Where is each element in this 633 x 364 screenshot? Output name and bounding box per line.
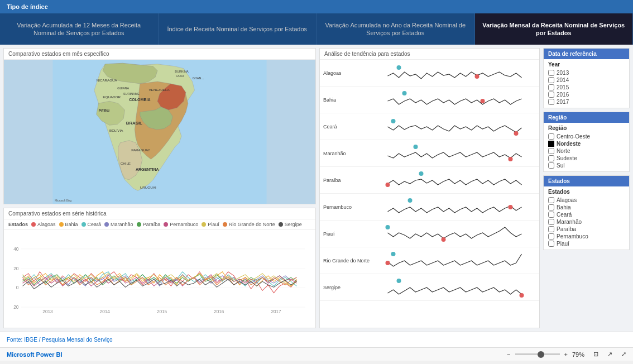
- svg-text:EQUADOR: EQUADOR: [103, 95, 121, 99]
- trend-label-alagoas: Alagoas: [323, 70, 373, 76]
- fullscreen-icon[interactable]: ⤢: [621, 351, 626, 358]
- map-container[interactable]: COLOMBIA VENEZUELA GUIANA SURINAME EQUAD…: [4, 60, 315, 204]
- svg-text:0: 0: [16, 285, 19, 290]
- estado-paraiba[interactable]: Paraíba: [548, 226, 625, 233]
- year-2015[interactable]: 2015: [548, 84, 625, 91]
- svg-text:GUIANA: GUIANA: [117, 87, 129, 90]
- trend-row-sergipe: Sergipe: [320, 274, 539, 301]
- svg-text:SURINAME: SURINAME: [123, 92, 140, 95]
- svg-point-44: [442, 237, 446, 242]
- svg-text:40: 40: [13, 247, 19, 252]
- legend-piaui: Piauí: [202, 222, 219, 227]
- year-2016[interactable]: 2016: [548, 91, 625, 98]
- legend-label: Estados: [8, 222, 28, 227]
- trend-row-paraiba: Paraíba: [320, 167, 539, 194]
- zoom-minus[interactable]: −: [507, 351, 510, 358]
- estado-ceara[interactable]: Ceará: [548, 211, 625, 218]
- trend-grid: Alagoas Bahia: [320, 60, 539, 328]
- year-2013[interactable]: 2013: [548, 69, 625, 76]
- estados-filter-content: Estados Alagoas Bahia Ceará Maranhão Par…: [544, 186, 629, 250]
- legend-alagoas: Alagoas: [31, 222, 56, 227]
- trend-row-rn: Rio Grande do Norte: [320, 247, 539, 274]
- svg-text:BRASIL: BRASIL: [126, 121, 142, 126]
- sparkline-alagoas: [373, 62, 536, 84]
- trend-label-ceara: Ceará: [323, 124, 373, 130]
- zoom-plus[interactable]: +: [564, 351, 568, 358]
- top-bar: Tipo de índice: [0, 0, 633, 13]
- svg-point-39: [419, 171, 424, 176]
- sparkline-pernambuco: [373, 196, 536, 218]
- zoom-thumb: [538, 351, 544, 358]
- svg-text:BOLÍVIA: BOLÍVIA: [109, 128, 123, 132]
- svg-point-40: [386, 183, 390, 187]
- svg-text:2015: 2015: [157, 309, 167, 314]
- trend-title: Análise de tendência para estados: [320, 49, 539, 60]
- legend-bahia: Bahia: [59, 222, 78, 227]
- svg-text:2013: 2013: [42, 309, 53, 314]
- tab-bar: Variação Acumulada de 12 Meses da Receit…: [0, 13, 633, 45]
- trend-label-paraiba: Paraíba: [323, 178, 373, 183]
- estados-filter-box: Estados Estados Alagoas Bahia Ceará Mara…: [543, 175, 630, 250]
- region-norte[interactable]: Norte: [548, 147, 625, 155]
- year-2017[interactable]: 2017: [548, 98, 625, 106]
- estado-pernambuco[interactable]: Pernambuco: [548, 233, 625, 240]
- legend-pernambuco: Pernambuco: [164, 222, 198, 227]
- svg-text:COLOMBIA: COLOMBIA: [129, 98, 150, 102]
- legend-rn: Rio Grande do Norte: [223, 222, 275, 227]
- top-bar-title: Tipo de índice: [7, 3, 48, 10]
- svg-text:URUGUAI: URUGUAI: [140, 185, 156, 189]
- year-2014[interactable]: 2014: [548, 76, 625, 84]
- svg-point-31: [397, 65, 401, 70]
- sparkline-piaui: [373, 223, 536, 245]
- region-nordeste[interactable]: Nordeste: [548, 140, 625, 147]
- date-filter-title: Data de referência: [544, 49, 629, 59]
- svg-point-38: [509, 157, 513, 161]
- region-filter-title: Região: [544, 112, 629, 123]
- svg-point-41: [408, 198, 413, 203]
- svg-point-42: [509, 205, 513, 209]
- legend-maranhao: Maranhão: [104, 222, 133, 227]
- estado-piaui[interactable]: Piauí: [548, 240, 625, 247]
- svg-text:ARGENTINA: ARGENTINA: [136, 167, 159, 171]
- trend-label-pernambuco: Pernambuco: [323, 204, 373, 210]
- zoom-level: 79%: [572, 351, 584, 358]
- sparkline-sergipe: [373, 276, 536, 299]
- estado-maranhao[interactable]: Maranhão: [548, 218, 625, 226]
- chart-legend: Estados Alagoas Bahia Ceará Maranhão: [4, 219, 315, 230]
- estados-category-label: Estados: [548, 189, 625, 195]
- svg-point-37: [414, 145, 418, 149]
- svg-point-36: [514, 131, 519, 136]
- zoom-slider[interactable]: [515, 353, 560, 355]
- trend-row-ceara: Ceará: [320, 113, 539, 140]
- trend-label-sergipe: Sergipe: [323, 285, 373, 290]
- region-sul[interactable]: Sul: [548, 162, 625, 169]
- tab-1[interactable]: Variação Acumulada de 12 Meses da Receit…: [0, 13, 159, 45]
- trend-row-pernambuco: Pernambuco: [320, 194, 539, 221]
- region-filter-box: Região Região Centro-Oeste Nordeste Nort…: [543, 112, 630, 172]
- region-centro-oeste[interactable]: Centro-Oeste: [548, 133, 625, 140]
- powerbi-link[interactable]: Microsoft Power BI: [7, 351, 63, 358]
- tab-3[interactable]: Variação Acumulada no Ano da Receita Nom…: [317, 13, 475, 45]
- map-title: Comparativo estados em mês específico: [4, 49, 315, 60]
- legend-ceara: Ceará: [81, 222, 102, 227]
- svg-point-47: [397, 279, 401, 283]
- sparkline-ceara: [373, 116, 536, 138]
- chart-title: Comparativo estados em série histórica: [4, 208, 315, 219]
- region-sudeste[interactable]: Sudeste: [548, 155, 625, 162]
- tab-4[interactable]: Variação Mensal da Receita Nominal de Se…: [475, 13, 634, 45]
- trend-row-piaui: Piauí: [320, 221, 539, 247]
- estado-alagoas[interactable]: Alagoas: [548, 197, 625, 204]
- svg-text:2014: 2014: [100, 309, 111, 314]
- year-category-label: Year: [548, 61, 625, 68]
- share-icon[interactable]: ↗: [607, 351, 612, 358]
- zoom-controls: − + 79% ⊡ ↗ ⤢: [507, 351, 626, 358]
- fit-screen-icon[interactable]: ⊡: [593, 351, 598, 358]
- tab-2[interactable]: Índice de Receita Nominal de Serviços po…: [159, 13, 317, 45]
- region-filter-content: Região Centro-Oeste Nordeste Norte Sudes…: [544, 123, 629, 171]
- trend-row-maranhao: Maranhão: [320, 140, 539, 167]
- svg-text:PARAGUAY: PARAGUAY: [131, 148, 151, 152]
- svg-point-35: [391, 119, 396, 123]
- trend-row-bahia: Bahia: [320, 87, 539, 113]
- nordeste-filled-square: [548, 141, 554, 147]
- estado-bahia[interactable]: Bahia: [548, 204, 625, 211]
